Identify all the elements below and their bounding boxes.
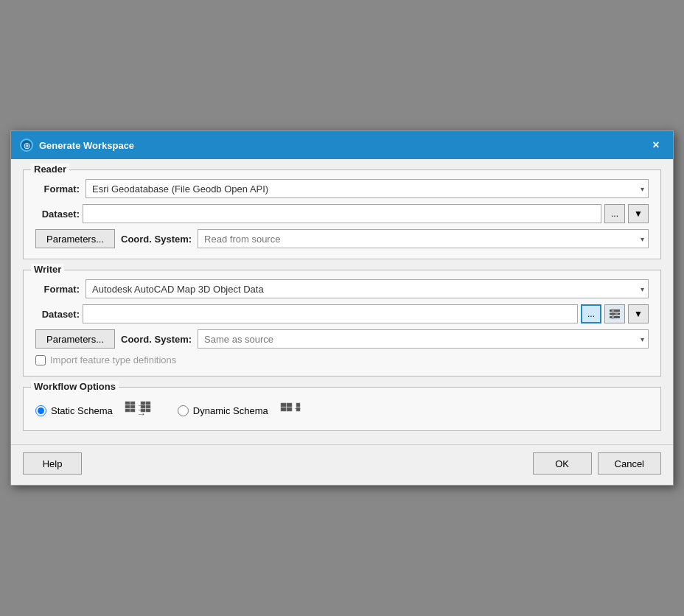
svg-rect-15	[141, 402, 145, 405]
writer-settings-button[interactable]	[604, 304, 625, 323]
writer-coord-label: Coord. System:	[121, 334, 192, 345]
reader-coord-label: Coord. System:	[121, 234, 192, 245]
dynamic-schema-radio[interactable]	[178, 405, 189, 416]
reader-params-row: Parameters... Coord. System: ▾	[35, 229, 649, 248]
cancel-button[interactable]: Cancel	[598, 452, 661, 475]
dynamic-schema-group: Dynamic Schema	[178, 405, 268, 416]
dynamic-schema-label: Dynamic Schema	[193, 405, 268, 416]
svg-rect-20	[146, 409, 150, 412]
reader-format-select[interactable]: Esri Geodatabase (File Geodb Open API)	[86, 179, 649, 198]
footer-right-buttons: OK Cancel	[533, 452, 661, 475]
workflow-section-label: Workflow Options	[31, 381, 119, 392]
writer-browse-button[interactable]: ...	[581, 304, 601, 323]
ok-button[interactable]: OK	[533, 452, 592, 475]
svg-rect-8	[125, 405, 130, 408]
svg-rect-9	[130, 405, 135, 408]
reader-browse-button[interactable]: ...	[604, 204, 625, 223]
writer-format-row: Format: Autodesk AutoCAD Map 3D Object D…	[35, 279, 649, 298]
workflow-section: Workflow Options Static Schema	[23, 387, 661, 431]
writer-dataset-label: Dataset:	[35, 309, 80, 320]
dynamic-schema-svg: →	[280, 402, 301, 419]
reader-format-row: Format: Esri Geodatabase (File Geodb Ope…	[35, 179, 649, 198]
writer-parameters-button[interactable]: Parameters...	[35, 329, 115, 349]
dialog-title: Generate Workspace	[39, 140, 134, 151]
svg-rect-6	[125, 402, 130, 405]
writer-dataset-input[interactable]: C:\Scratch\test.dwg	[83, 304, 578, 323]
reader-coord-select-wrapper: ▾	[198, 229, 649, 248]
svg-rect-22	[287, 403, 292, 407]
writer-dataset-row: Dataset: C:\Scratch\test.dwg ... ▼	[35, 304, 649, 323]
reader-coord-input[interactable]	[198, 229, 649, 248]
title-bar: ◎ Generate Workspace ×	[11, 131, 673, 159]
dynamic-schema-icon: →	[280, 402, 301, 419]
reader-dataset-dropdown-button[interactable]: ▼	[628, 204, 649, 223]
reader-format-label: Format:	[35, 183, 80, 195]
svg-rect-27	[296, 407, 300, 411]
svg-rect-21	[281, 403, 286, 407]
reader-dataset-input[interactable]: as\Dropbox (Safe Software Inc.)\Esri Ind…	[83, 204, 601, 223]
reader-section: Reader Format: Esri Geodatabase (File Ge…	[23, 169, 661, 259]
import-checkbox-label: Import feature type definitions	[50, 354, 176, 365]
svg-rect-19	[141, 409, 145, 412]
static-schema-svg: → → →	[125, 401, 151, 420]
writer-format-label: Format:	[35, 284, 80, 295]
writer-settings-icon	[609, 308, 621, 320]
writer-coord-input[interactable]	[198, 329, 649, 349]
writer-format-select[interactable]: Autodesk AutoCAD Map 3D Object Data	[86, 279, 649, 298]
workflow-options-row: Static Schema → → →	[35, 401, 649, 420]
svg-rect-2	[610, 316, 620, 318]
close-button[interactable]: ×	[648, 137, 664, 153]
svg-rect-10	[125, 409, 130, 412]
svg-rect-16	[146, 402, 150, 405]
reader-format-select-wrapper: Esri Geodatabase (File Geodb Open API) ▾	[86, 179, 649, 198]
svg-rect-18	[146, 405, 150, 408]
svg-rect-0	[610, 309, 620, 312]
static-schema-radio[interactable]	[35, 405, 46, 416]
svg-rect-23	[281, 407, 286, 411]
reader-dataset-label: Dataset:	[35, 209, 80, 220]
svg-rect-3	[612, 309, 614, 312]
reader-parameters-button[interactable]: Parameters...	[35, 229, 115, 248]
svg-rect-11	[130, 409, 135, 412]
svg-rect-26	[296, 403, 300, 407]
reader-section-label: Reader	[31, 164, 69, 175]
svg-rect-4	[615, 312, 618, 316]
dialog-body: Reader Format: Esri Geodatabase (File Ge…	[11, 159, 673, 441]
writer-format-select-wrapper: Autodesk AutoCAD Map 3D Object Data ▾	[86, 279, 649, 298]
dialog-icon: ◎	[20, 139, 33, 152]
static-schema-group: Static Schema	[35, 405, 113, 416]
svg-rect-1	[610, 313, 620, 315]
help-button[interactable]: Help	[23, 452, 82, 475]
svg-rect-5	[612, 315, 614, 319]
reader-dataset-row: Dataset: as\Dropbox (Safe Software Inc.)…	[35, 204, 649, 223]
svg-rect-24	[287, 407, 292, 411]
generate-workspace-dialog: ◎ Generate Workspace × Reader Format: Es…	[10, 130, 674, 486]
title-bar-left: ◎ Generate Workspace	[20, 139, 134, 152]
svg-rect-7	[130, 402, 135, 405]
static-schema-label: Static Schema	[51, 405, 113, 416]
writer-coord-select-wrapper: ▾	[198, 329, 649, 349]
writer-dataset-dropdown-button[interactable]: ▼	[628, 304, 649, 323]
svg-rect-17	[141, 405, 145, 408]
writer-section: Writer Format: Autodesk AutoCAD Map 3D O…	[23, 270, 661, 377]
writer-section-label: Writer	[31, 264, 64, 275]
static-schema-icon: → → →	[125, 401, 151, 420]
writer-import-row: Import feature type definitions	[35, 354, 649, 365]
import-checkbox[interactable]	[35, 355, 46, 365]
dialog-footer: Help OK Cancel	[11, 444, 673, 485]
writer-params-row: Parameters... Coord. System: ▾	[35, 329, 649, 349]
